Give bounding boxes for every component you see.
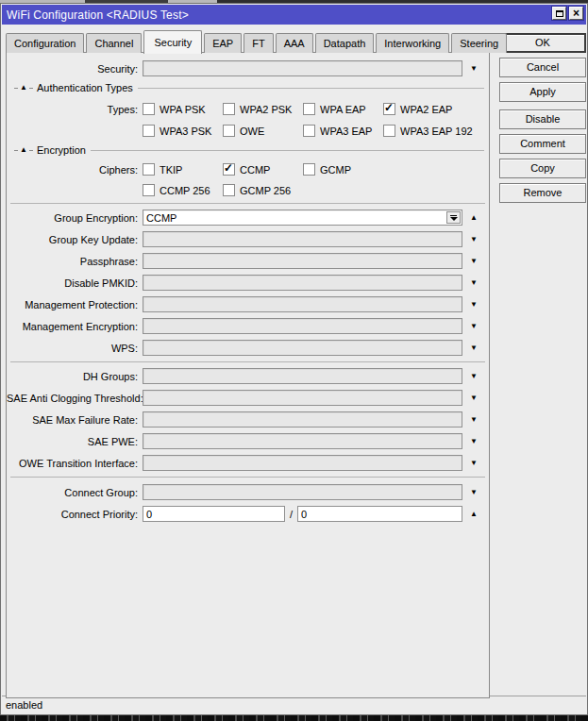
connect-group-expand-button[interactable]: ▼	[462, 489, 485, 496]
down-arrow-icon: ▼	[470, 416, 478, 424]
checkbox-wpa-psk[interactable]: ✓ WPA PSK	[143, 103, 223, 115]
down-arrow-icon: ▼	[470, 373, 478, 380]
background-window-sliver-bottom	[0, 715, 588, 721]
management-protection-label: Management Protection:	[7, 299, 143, 310]
checkbox-ccmp-256[interactable]: ✓ CCMP 256	[143, 184, 223, 196]
checkbox-box[interactable]: ✓	[143, 163, 155, 176]
remove-button[interactable]: Remove	[499, 183, 586, 203]
group-key-update-expand-button[interactable]: ▼	[462, 236, 485, 243]
sae-pwe-expand-button[interactable]: ▼	[462, 438, 485, 445]
checkbox-box[interactable]: ✓	[223, 125, 235, 137]
sae-anti-clogging-threshold-row: SAE Anti Clogging Threshold: ▼	[7, 390, 489, 406]
checkbox-tkip[interactable]: ✓ TKIP	[143, 163, 223, 176]
types-label: Types:	[7, 104, 143, 115]
checkbox-wpa-eap[interactable]: ✓ WPA EAP	[303, 103, 383, 115]
management-protection-dropdown[interactable]	[143, 296, 462, 312]
section-collapse-icon[interactable]: ▲	[18, 84, 29, 92]
checkbox-box[interactable]: ✓	[303, 163, 315, 176]
down-arrow-icon: ▼	[470, 301, 478, 309]
comment-button[interactable]: Comment	[499, 134, 586, 154]
check-icon: ✓	[384, 101, 394, 114]
management-protection-expand-button[interactable]: ▼	[462, 301, 485, 309]
checkbox-box[interactable]: ✓	[143, 103, 155, 115]
checkbox-box[interactable]: ✓	[143, 125, 155, 137]
checkbox-box[interactable]: ✓	[223, 163, 235, 176]
group-encryption-collapse-button[interactable]: ▲	[462, 214, 485, 222]
down-arrow-icon: ▼	[470, 489, 478, 496]
security-tab-panel: Security: ▼ ▲ Authentication Types Types…	[6, 52, 490, 698]
checkbox-box[interactable]: ✓	[303, 125, 315, 137]
tab-aaa[interactable]: AAA	[276, 33, 313, 53]
copy-button[interactable]: Copy	[499, 159, 586, 178]
checkbox-wpa2-psk[interactable]: ✓ WPA2 PSK	[223, 103, 303, 115]
combo-dropdown-button[interactable]	[446, 211, 461, 224]
ciphers-row-1: Ciphers: ✓ TKIP ✓ CCMP ✓ GCMP	[7, 161, 489, 177]
checkbox-wpa2-eap[interactable]: ✓ WPA2 EAP	[383, 103, 452, 115]
tab-datapath[interactable]: Datapath	[315, 33, 375, 53]
security-dropdown[interactable]	[143, 60, 462, 76]
close-button[interactable]: ×	[569, 7, 583, 20]
passphrase-expand-button[interactable]: ▼	[462, 258, 485, 265]
checkbox-box[interactable]: ✓	[223, 184, 235, 196]
tab-eap[interactable]: EAP	[204, 33, 242, 53]
checkbox-wpa3-eap-192[interactable]: ✓ WPA3 EAP 192	[383, 125, 473, 137]
tab-interworking[interactable]: Interworking	[376, 33, 449, 53]
window-controls: ×	[552, 7, 583, 20]
checkbox-box[interactable]: ✓	[223, 103, 235, 115]
disable-pmkid-dropdown[interactable]	[143, 275, 462, 291]
sae-max-failure-rate-expand-button[interactable]: ▼	[462, 416, 485, 424]
up-arrow-icon: ▲	[470, 214, 478, 222]
sae-anti-clogging-threshold-dropdown[interactable]	[143, 390, 462, 406]
tab-ft[interactable]: FT	[244, 33, 273, 53]
owe-transition-interface-row: OWE Transition Interface: ▼	[7, 455, 489, 471]
disable-pmkid-expand-button[interactable]: ▼	[462, 279, 485, 287]
checkbox-wpa3-psk[interactable]: ✓ WPA3 PSK	[143, 125, 223, 137]
security-expand-button[interactable]: ▼	[462, 65, 485, 73]
disable-button[interactable]: Disable	[499, 109, 586, 129]
management-encryption-expand-button[interactable]: ▼	[462, 323, 485, 330]
dh-groups-expand-button[interactable]: ▼	[462, 373, 485, 380]
sae-pwe-dropdown[interactable]	[143, 433, 462, 449]
wps-dropdown[interactable]	[143, 340, 462, 356]
section-rule	[138, 88, 484, 89]
tab-channel[interactable]: Channel	[86, 33, 142, 53]
connect-priority-input-2[interactable]	[297, 506, 462, 522]
checkbox-ccmp[interactable]: ✓ CCMP	[223, 163, 303, 176]
checkbox-gcmp-256[interactable]: ✓ GCMP 256	[223, 184, 291, 196]
management-encryption-dropdown[interactable]	[143, 318, 462, 334]
title-bar: WiFi Configuration <RADIUS Test>	[2, 5, 586, 25]
section-collapse-icon[interactable]: ▲	[18, 146, 29, 154]
sae-max-failure-rate-dropdown[interactable]	[143, 411, 462, 428]
owe-transition-interface-dropdown[interactable]	[143, 455, 462, 471]
owe-transition-interface-expand-button[interactable]: ▼	[462, 460, 485, 467]
security-row: Security: ▼	[7, 60, 489, 76]
checkbox-wpa3-eap[interactable]: ✓ WPA3 EAP	[303, 125, 383, 137]
security-form: Security: ▼ ▲ Authentication Types Types…	[7, 53, 489, 697]
sae-anti-clogging-threshold-expand-button[interactable]: ▼	[462, 394, 485, 402]
connect-group-dropdown[interactable]	[143, 484, 462, 500]
group-encryption-combobox[interactable]: CCMP	[143, 210, 462, 226]
checkbox-gcmp[interactable]: ✓ GCMP	[303, 163, 351, 176]
connect-priority-collapse-button[interactable]: ▲	[462, 511, 485, 518]
apply-button[interactable]: Apply	[499, 82, 586, 102]
tab-steering[interactable]: Steering	[451, 33, 507, 53]
tab-security[interactable]: Security	[143, 30, 202, 54]
group-key-update-label: Group Key Update:	[7, 234, 143, 245]
checkbox-box[interactable]: ✓	[143, 184, 155, 196]
wps-expand-button[interactable]: ▼	[462, 344, 485, 352]
group-key-update-dropdown[interactable]	[143, 231, 462, 247]
dh-groups-dropdown[interactable]	[143, 368, 462, 384]
passphrase-dropdown[interactable]	[143, 253, 462, 269]
screenshot-canvas: WiFi Configuration <RADIUS Test> × Confi…	[0, 0, 588, 721]
checkbox-box[interactable]: ✓	[303, 103, 315, 115]
cancel-button[interactable]: Cancel	[499, 58, 586, 77]
wps-row: WPS: ▼	[7, 340, 489, 356]
down-arrow-icon: ▼	[470, 323, 478, 330]
connect-priority-input-1[interactable]	[143, 506, 285, 522]
maximize-button[interactable]	[552, 7, 566, 20]
ok-button[interactable]: OK	[499, 33, 586, 53]
checkbox-box[interactable]: ✓	[383, 125, 395, 137]
checkbox-box[interactable]: ✓	[383, 103, 395, 115]
tab-configuration[interactable]: Configuration	[6, 33, 84, 53]
checkbox-owe[interactable]: ✓ OWE	[223, 125, 303, 137]
